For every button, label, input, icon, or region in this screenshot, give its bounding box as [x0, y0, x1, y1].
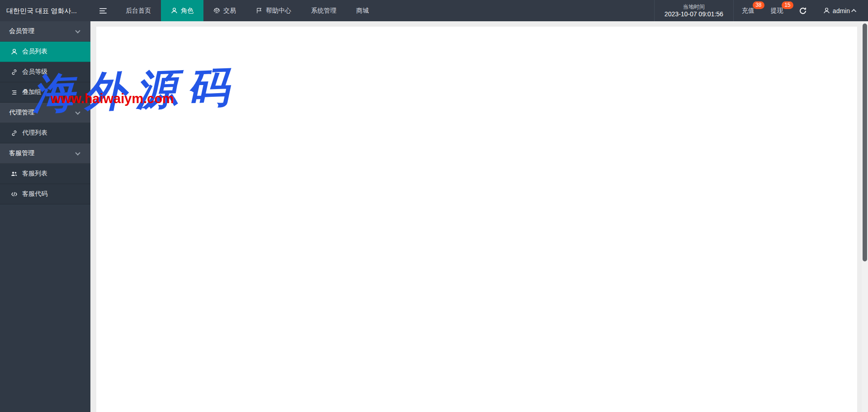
sidebar-item-member-level[interactable]: 会员等级: [0, 62, 90, 82]
local-time: 当地时间 2023-10-07 09:01:56: [654, 0, 734, 21]
refresh-icon: [799, 7, 807, 15]
withdraw-badge: 15: [782, 1, 793, 9]
sidebar: 会员管理 会员列表 会员等级 叠加组 代理管理 代理列表 客服管理: [0, 21, 90, 412]
chevron-down-icon: [75, 109, 80, 114]
sidebar-item-agent-list[interactable]: 代理列表: [0, 123, 90, 143]
users-icon: [11, 170, 18, 177]
username: admin: [833, 7, 850, 14]
link-icon: [11, 130, 18, 137]
sidebar-item-service-code[interactable]: 客服代码: [0, 184, 90, 204]
sidebar-group-agent[interactable]: 代理管理: [0, 103, 90, 123]
menu-item-trade[interactable]: 交易: [203, 0, 246, 21]
flag-icon: [256, 7, 263, 14]
person-icon: [171, 7, 178, 14]
sidebar-item-stack-group[interactable]: 叠加组: [0, 82, 90, 103]
menu-item-system[interactable]: 系统管理: [301, 0, 346, 21]
app-title: 대한민국 대표 영화사...: [0, 0, 90, 21]
chevron-down-icon: [75, 28, 80, 33]
person-icon: [11, 48, 18, 55]
sidebar-toggle-button[interactable]: [90, 0, 116, 21]
sidebar-item-service-list[interactable]: 客服列表: [0, 164, 90, 184]
scales-icon: [213, 7, 220, 14]
menu-item-home[interactable]: 后台首页: [116, 0, 161, 21]
menu-item-role[interactable]: 角色: [161, 0, 203, 21]
local-time-value: 2023-10-07 09:01:56: [665, 10, 723, 18]
refresh-button[interactable]: [792, 7, 814, 15]
local-time-label: 当地时间: [665, 4, 723, 10]
menu-item-help-center[interactable]: 帮助中心: [246, 0, 301, 21]
user-dropdown[interactable]: admin: [814, 7, 863, 14]
top-navbar: 대한민국 대표 영화사... 后台首页 角色 交易 帮助中心 系统管理: [0, 0, 868, 21]
sidebar-item-member-list[interactable]: 会员列表: [0, 42, 90, 62]
chevron-up-icon: [851, 9, 856, 14]
vertical-scrollbar[interactable]: [862, 21, 868, 412]
link-icon: [11, 69, 18, 76]
scrollbar-thumb[interactable]: [863, 24, 867, 261]
admin-page: 대한민국 대표 영화사... 后台首页 角色 交易 帮助中心 系统管理: [0, 0, 868, 412]
navbar-right: 当地时间 2023-10-07 09:01:56 充值 38 提现 15 adm…: [654, 0, 863, 21]
chevron-down-icon: [75, 150, 80, 155]
withdraw-link[interactable]: 提现 15: [763, 0, 792, 21]
sidebar-group-service[interactable]: 客服管理: [0, 143, 90, 164]
user-icon: [823, 7, 830, 14]
menu-item-mall[interactable]: 商城: [346, 0, 379, 21]
list-icon: [11, 89, 18, 96]
recharge-link[interactable]: 充值 38: [734, 0, 763, 21]
code-icon: [11, 191, 18, 198]
content-panel: [96, 27, 857, 412]
sidebar-group-member[interactable]: 会员管理: [0, 21, 90, 42]
hamburger-icon: [99, 7, 107, 15]
main-menu: 后台首页 角色 交易 帮助中心 系统管理 商城: [116, 0, 379, 21]
